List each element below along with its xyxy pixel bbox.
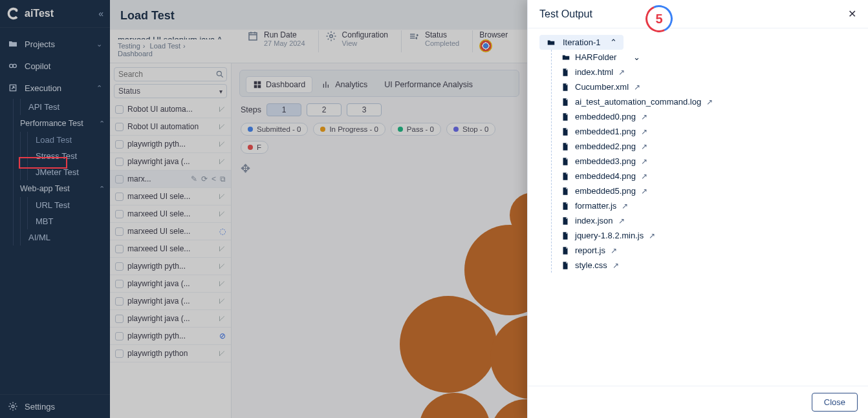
checkbox[interactable]	[115, 245, 124, 253]
file-item[interactable]: index.html↗	[561, 65, 856, 79]
crosshair-icon[interactable]: ✥	[241, 162, 527, 176]
nav-stress-test[interactable]: Stress Test	[27, 148, 110, 164]
open-link-icon[interactable]: ↗	[618, 216, 625, 225]
close-icon[interactable]: ✕	[848, 8, 856, 20]
chip-fail[interactable]: F	[241, 141, 268, 154]
copy-icon[interactable]: ⧉	[220, 174, 226, 183]
search-input-wrap[interactable]	[114, 67, 227, 81]
file-item[interactable]: embedded2.png↗	[561, 139, 856, 154]
step-1[interactable]: 1	[266, 103, 301, 116]
breadcrumb-seg-1[interactable]: Load Test	[150, 42, 181, 50]
file-item[interactable]: report.js↗	[561, 243, 856, 258]
tab-analytics[interactable]: Analytics	[316, 77, 374, 92]
list-item[interactable]: playwright java (...⩗	[110, 275, 231, 293]
test-list[interactable]: Robot UI automa...⩗Robot UI automation⩗p…	[110, 101, 231, 418]
list-item[interactable]: Robot UI automation⩗	[110, 118, 231, 136]
open-link-icon[interactable]: ↗	[611, 246, 617, 255]
nav-copilot[interactable]: Copilot	[0, 55, 110, 77]
chip-pass[interactable]: Pass - 0	[391, 123, 441, 136]
list-item[interactable]: marx...✎⟳<⧉	[110, 171, 231, 188]
checkbox[interactable]	[115, 193, 124, 201]
sidebar-collapse-icon[interactable]: «	[98, 8, 103, 19]
file-item[interactable]: index.json↗	[561, 213, 856, 228]
nav-performance-test[interactable]: Performance Test ⌃	[14, 115, 110, 132]
file-item[interactable]: embedded0.png↗	[561, 109, 856, 124]
list-item[interactable]: playwrigth pyth...⩗	[110, 136, 231, 153]
checkbox[interactable]	[115, 297, 124, 306]
open-link-icon[interactable]: ↗	[622, 202, 628, 211]
search-icon[interactable]	[215, 70, 224, 79]
open-link-icon[interactable]: ↗	[706, 98, 713, 107]
status-filter[interactable]: Status ▾	[114, 84, 227, 98]
chip-submitted[interactable]: Submitted - 0	[241, 123, 308, 136]
list-item[interactable]: playwrigth pyth...⩗	[110, 258, 231, 275]
open-link-icon[interactable]: ↗	[613, 261, 619, 270]
list-item[interactable]: playwright java (...⩗	[110, 310, 231, 328]
file-item[interactable]: style.css↗	[561, 258, 856, 273]
checkbox[interactable]	[115, 350, 124, 358]
checkbox[interactable]	[115, 280, 124, 288]
nav-webapp-test[interactable]: Web-app Test ⌃	[14, 180, 110, 197]
tab-dashboard[interactable]: Dashboard	[246, 77, 312, 92]
file-item[interactable]: jquery-1.8.2.min.js↗	[561, 228, 856, 243]
list-item[interactable]: marxeed UI sele...⩗	[110, 240, 231, 258]
checkbox[interactable]	[115, 123, 124, 131]
nav-projects[interactable]: Projects ⌄	[0, 33, 110, 55]
list-item[interactable]: playwright java (...⩗	[110, 293, 231, 310]
breadcrumb-seg-0[interactable]: Testing	[118, 42, 140, 50]
open-link-icon[interactable]: ↗	[641, 142, 647, 151]
list-item[interactable]: Robot UI automa...⩗	[110, 101, 231, 118]
file-item[interactable]: ai_test_automation_command.log↗	[561, 94, 856, 109]
info-config[interactable]: ConfigurationView	[318, 30, 395, 52]
chip-stop[interactable]: Stop - 0	[446, 123, 495, 136]
open-link-icon[interactable]: ↗	[618, 68, 625, 77]
open-link-icon[interactable]: ↗	[641, 187, 647, 196]
nav-api-test[interactable]: API Test	[20, 99, 110, 115]
nav-mbt[interactable]: MBT	[27, 213, 110, 229]
nav-aiml[interactable]: AI/ML	[20, 229, 110, 246]
file-item[interactable]: embedded5.png↗	[561, 183, 856, 198]
file-item[interactable]: Cucumber.xml↗	[561, 79, 856, 94]
checkbox[interactable]	[115, 315, 124, 323]
checkbox[interactable]	[115, 262, 124, 271]
edit-icon[interactable]: ✎	[191, 174, 197, 183]
step-2[interactable]: 2	[307, 103, 342, 116]
close-button[interactable]: Close	[812, 393, 858, 412]
checkbox[interactable]	[115, 140, 124, 149]
checkbox[interactable]	[115, 210, 124, 218]
checkbox[interactable]	[115, 158, 124, 166]
list-item[interactable]: playwright java (...⩗	[110, 153, 231, 171]
list-item[interactable]: playwrigth python⩗	[110, 345, 231, 362]
file-item[interactable]: embedded1.png↗	[561, 124, 856, 139]
open-link-icon[interactable]: ↗	[649, 231, 655, 240]
chip-inprogress[interactable]: In Progress - 0	[313, 123, 385, 136]
open-link-icon[interactable]: ↗	[641, 112, 647, 121]
refresh-icon[interactable]: ⟳	[201, 174, 208, 183]
list-item[interactable]: marxeed UI sele...⩗	[110, 205, 231, 223]
open-link-icon[interactable]: ↗	[641, 157, 647, 166]
folder-harfolder[interactable]: HARFolder ⌄	[561, 50, 856, 65]
open-link-icon[interactable]: ↗	[641, 127, 647, 136]
file-item[interactable]: embedded4.png↗	[561, 169, 856, 183]
file-item[interactable]: embedded3.png↗	[561, 154, 856, 169]
open-link-icon[interactable]: ↗	[641, 172, 647, 181]
breadcrumb-seg-2[interactable]: Dashboard	[118, 50, 153, 57]
nav-jmeter-test[interactable]: JMeter Test	[27, 164, 110, 180]
nav-url-test[interactable]: URL Test	[27, 197, 110, 213]
checkbox[interactable]	[115, 175, 124, 183]
checkbox[interactable]	[115, 332, 124, 340]
file-item[interactable]: formatter.js↗	[561, 198, 856, 213]
list-item[interactable]: playwrigth pyth...⊘	[110, 328, 231, 345]
list-item[interactable]: marxeed UI sele...◌	[110, 223, 231, 240]
step-3[interactable]: 3	[347, 103, 382, 116]
checkbox[interactable]	[115, 105, 124, 114]
checkbox[interactable]	[115, 227, 124, 236]
nav-settings[interactable]: Settings	[0, 394, 110, 418]
open-link-icon[interactable]: ↗	[634, 83, 640, 92]
list-item[interactable]: marxeed UI sele...⩗	[110, 188, 231, 205]
nav-load-test[interactable]: Load Test	[27, 132, 110, 148]
tab-performance[interactable]: UI Performance Analysis	[378, 77, 479, 92]
search-input[interactable]	[118, 70, 215, 79]
nav-execution[interactable]: Execution ⌃	[0, 77, 110, 99]
folder-iteration[interactable]: Iteration-1 ⌃	[539, 35, 624, 50]
